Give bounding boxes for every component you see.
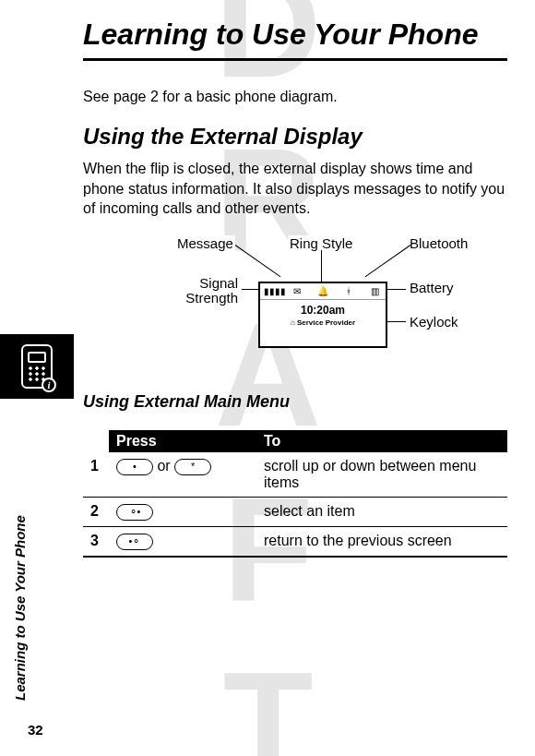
key-icon: * <box>174 459 211 475</box>
press-cell: •⚬ <box>109 526 256 556</box>
section-title: Using the External Display <box>83 124 507 150</box>
status-bar: ▮▮▮▮ ✉ 🔔 ᚼ ▥ <box>260 283 386 300</box>
display-provider: ⌂ Service Provider <box>260 317 386 327</box>
to-cell: scroll up or down between menu items <box>256 452 507 498</box>
ring-style-icon: 🔔 <box>315 286 330 296</box>
display-time: 10:20am <box>260 300 386 317</box>
subsection-title: Using External Main Menu <box>83 392 507 412</box>
label-battery: Battery <box>408 280 456 295</box>
keylock-icon: ⌂ <box>291 318 295 327</box>
table-row: 3 •⚬ return to the previous screen <box>83 526 507 556</box>
label-keylock: Keylock <box>408 314 460 330</box>
key-icon: • <box>116 459 153 475</box>
message-icon: ✉ <box>290 286 304 296</box>
key-icon: •⚬ <box>116 534 153 550</box>
bluetooth-icon: ᚼ <box>341 286 356 296</box>
section-body: When the flip is closed, the external di… <box>83 159 507 219</box>
label-message: Message <box>175 235 235 251</box>
label-bluetooth: Bluetooth <box>408 235 470 251</box>
to-cell: return to the previous screen <box>256 526 507 556</box>
page-content: Learning to Use Your Phone See page 2 fo… <box>0 0 535 756</box>
key-join: or <box>157 458 174 474</box>
table-row: 1 • or * scroll up or down between menu … <box>83 452 507 498</box>
press-cell: • or * <box>109 452 256 498</box>
table-header-press: Press <box>109 430 256 452</box>
table-row: 2 ⚬• select an item <box>83 497 507 526</box>
press-cell: ⚬• <box>109 497 256 526</box>
chapter-rule <box>83 58 507 61</box>
chapter-title: Learning to Use Your Phone <box>83 18 507 51</box>
label-signal-strength: Signal Strength <box>175 276 240 306</box>
label-ring-style: Ring Style <box>288 235 354 251</box>
step-number: 1 <box>83 452 109 498</box>
intro-paragraph: See page 2 for a basic phone diagram. <box>83 89 507 105</box>
provider-text: Service Provider <box>297 318 355 327</box>
table-header-blank <box>83 430 109 452</box>
signal-icon: ▮▮▮▮ <box>264 286 279 296</box>
key-icon: ⚬• <box>116 504 153 521</box>
battery-icon: ▥ <box>367 286 382 296</box>
step-number: 3 <box>83 526 109 556</box>
external-display-diagram: Message Ring Style Bluetooth Signal Stre… <box>83 235 507 365</box>
to-cell: select an item <box>256 497 507 526</box>
press-to-table: Press To 1 • or * scroll up or down betw… <box>83 430 507 558</box>
table-header-to: To <box>256 430 507 452</box>
step-number: 2 <box>83 497 109 526</box>
phone-external-display: ▮▮▮▮ ✉ 🔔 ᚼ ▥ 10:20am ⌂ Service Provider <box>258 282 387 348</box>
